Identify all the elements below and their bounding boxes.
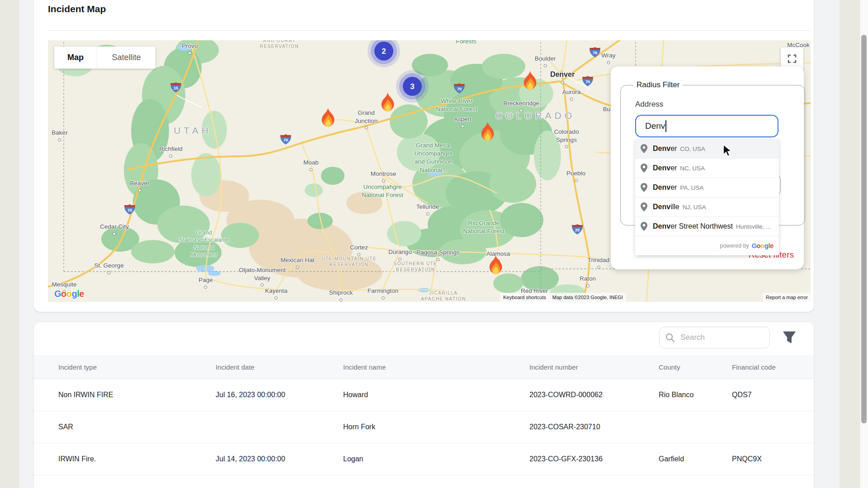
pin-icon: [641, 202, 647, 211]
svg-text:76: 76: [593, 51, 597, 55]
map-label: Aspen: [454, 115, 471, 128]
table-cell: Horn Fork: [343, 411, 529, 443]
address-suggestion-item[interactable]: DenverPA, USA: [635, 178, 779, 197]
interstate-shield-icon: 76: [589, 47, 601, 59]
address-suggestion-item[interactable]: Denver Street NorthwestHuntsville, ...: [635, 217, 779, 236]
table-cell: 2023-COSAR-230710: [529, 411, 658, 443]
fire-marker-icon[interactable]: [378, 92, 396, 115]
table-row[interactable]: Non IRWIN FIREJul 16, 2023 00:00:00Howar…: [34, 379, 814, 411]
map-label: SOUTHERN UTERESERVATION: [394, 261, 438, 272]
report-map-error-link[interactable]: Report a map error: [763, 293, 811, 302]
svg-text:25: 25: [575, 228, 580, 232]
interstate-shield-icon: 15: [124, 204, 136, 216]
map-label: UTE MOUNTAIN UTERESERVATION: [321, 256, 377, 267]
column-header: Incident date: [215, 355, 343, 379]
table-cell: Logan: [343, 443, 529, 475]
svg-text:2: 2: [382, 47, 386, 56]
address-suggestion-item[interactable]: DenverNC, USA: [635, 159, 779, 178]
map-label: Pueblo: [566, 169, 585, 182]
fire-marker-icon[interactable]: [486, 255, 505, 278]
map-label: AND OURAYRESERVATION: [260, 40, 299, 49]
map-label: Baker: [52, 129, 67, 141]
town-dot: [310, 168, 313, 171]
keyboard-shortcuts-link[interactable]: Keyboard shortcuts: [500, 293, 549, 302]
incident-map-card: Incident Map: [34, 0, 814, 312]
map-label: GrandStaircase-EscalanteNationalMonument: [179, 229, 229, 258]
map-label: Telluride: [416, 203, 439, 216]
map-button[interactable]: Map: [54, 47, 97, 69]
table-cell: 2023-CO-GJC-230037: [529, 475, 658, 488]
town-dot: [58, 138, 61, 141]
town-dot: [561, 81, 564, 84]
town-dot: [107, 271, 110, 274]
svg-text:70: 70: [283, 138, 288, 142]
column-header: Incident type: [34, 355, 215, 379]
map-label: Montrose: [371, 170, 396, 183]
cluster-marker[interactable]: 2: [367, 40, 401, 70]
column-header: Financial code: [731, 355, 814, 379]
table-cell: [731, 411, 814, 443]
map-label: Boulder: [535, 55, 556, 67]
map-label: Grand Mesa,Uncompahgreand GunnisonNation…: [415, 141, 453, 174]
address-suggestion-item[interactable]: DenverCO, USA: [635, 139, 779, 159]
table-cell: [215, 411, 343, 443]
interstate-shield-icon: 15: [170, 82, 182, 94]
table-row[interactable]: Pre-position or Support CodeJul 12, 2023…: [34, 475, 814, 488]
table-cell: Rio Blanco: [658, 379, 731, 411]
fire-marker-icon[interactable]: [319, 108, 337, 131]
town-dot: [204, 286, 208, 289]
search-input[interactable]: [679, 333, 758, 343]
svg-text:70: 70: [585, 80, 590, 84]
table-row[interactable]: SARHorn Fork2023-COSAR-230710: [34, 411, 814, 443]
interstate-shield-icon: 70: [280, 134, 292, 146]
map-label: Wray: [601, 52, 615, 64]
powered-by-google: powered byGoogle: [635, 236, 779, 255]
map-label: Trinidad: [588, 256, 609, 269]
address-value: Denv: [645, 121, 665, 131]
town-dot: [382, 179, 385, 183]
table-cell: Garfield: [658, 475, 731, 488]
address-label: Address: [635, 100, 663, 109]
map-label: White RiverNational Forest: [436, 97, 477, 113]
pin-icon: [641, 144, 647, 153]
map-label: ColoradoSprings: [554, 128, 579, 148]
map-label: Provo: [182, 42, 198, 55]
table-cell: [658, 411, 731, 443]
fire-marker-icon[interactable]: [521, 70, 539, 94]
scrollbar-thumb[interactable]: [861, 35, 867, 423]
table-header-row: Incident typeIncident dateIncident nameI…: [34, 355, 814, 379]
cluster-marker[interactable]: 3: [395, 69, 429, 105]
address-suggestion-item[interactable]: DenvilleNJ, USA: [635, 197, 779, 217]
map-label: Mexican Hat: [280, 256, 314, 269]
map-label: Durango: [388, 248, 412, 261]
town-dot: [426, 212, 429, 216]
window-edge-left: [0, 0, 19, 488]
pin-icon: [641, 183, 647, 192]
search-icon: [665, 333, 675, 343]
table-row[interactable]: IRWIN Fire.Jul 14, 2023 00:00:00Logan202…: [34, 443, 814, 475]
filter-icon[interactable]: [782, 330, 797, 345]
google-logo[interactable]: Google: [54, 289, 84, 299]
satellite-button[interactable]: Satellite: [97, 47, 156, 69]
svg-text:70: 70: [457, 87, 462, 91]
fire-marker-icon[interactable]: [478, 122, 496, 145]
svg-text:3: 3: [410, 82, 414, 91]
town-dot: [138, 189, 142, 192]
address-input[interactable]: Denv: [635, 115, 778, 137]
map-data-text: Map data ©2023 Google, INEGI: [549, 293, 626, 302]
map-label: Oljato-MonumentValley: [239, 266, 286, 286]
town-dot: [586, 284, 590, 287]
map-label: Cedar City: [100, 223, 129, 235]
svg-text:15: 15: [127, 208, 132, 212]
map-label: Aurora: [562, 88, 581, 101]
table-body: Non IRWIN FIREJul 16, 2023 00:00:00Howar…: [34, 379, 814, 488]
map-label: Page: [198, 276, 213, 289]
table-cell: PNP46P: [731, 475, 814, 488]
table-cell: Jul 12, 2023 00:00:00: [215, 475, 343, 488]
town-dot: [574, 179, 577, 182]
column-header: County: [658, 355, 731, 379]
town-dot: [607, 61, 610, 64]
pin-icon: [641, 164, 647, 173]
map-label: Denver: [550, 70, 575, 84]
map-label: UTAH: [174, 124, 212, 136]
